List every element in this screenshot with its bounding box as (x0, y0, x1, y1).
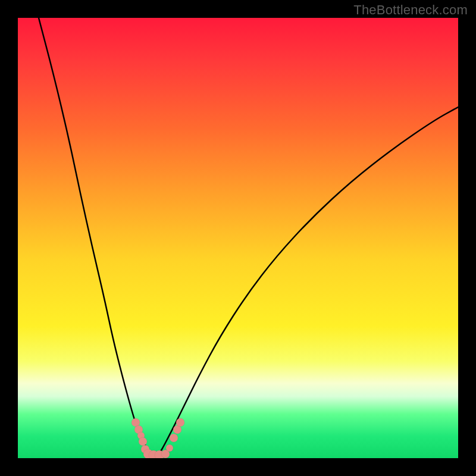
plot-area (18, 18, 458, 458)
data-marker (166, 444, 173, 452)
curve-left-curve (39, 18, 150, 453)
curve-right-curve (159, 107, 458, 453)
marker-group (131, 418, 184, 458)
data-marker (170, 434, 178, 442)
data-marker (176, 418, 184, 427)
outer-frame: TheBottleneck.com (0, 0, 476, 476)
watermark-text: TheBottleneck.com (353, 2, 468, 18)
data-marker (139, 437, 147, 446)
curve-group (39, 18, 458, 453)
curves-svg (18, 18, 458, 458)
